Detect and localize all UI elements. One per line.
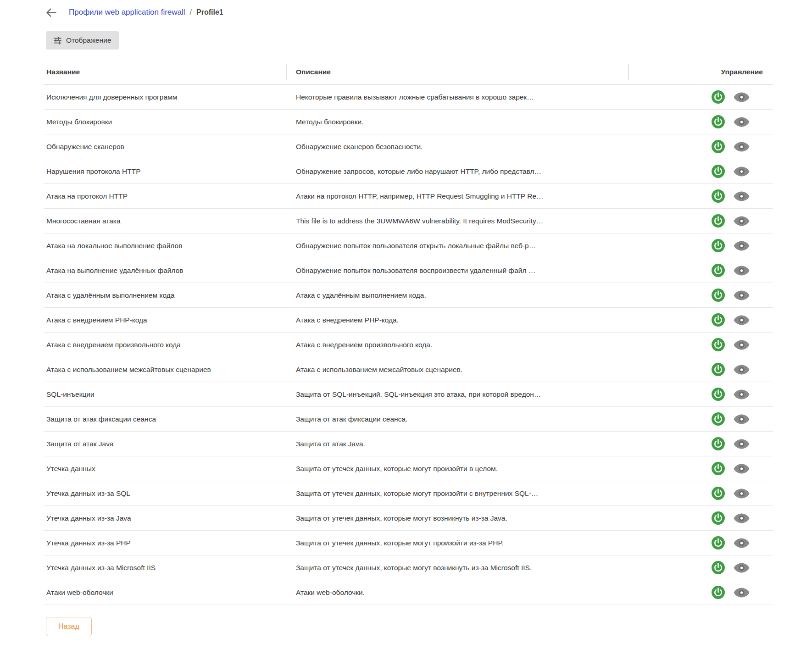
power-toggle-icon[interactable] [711,536,725,550]
rule-name: Обнаружение сканеров [44,143,287,151]
power-toggle-icon[interactable] [711,189,725,203]
rule-name: Атаки web-оболочки [44,588,287,597]
rule-name: Атака с внедрением произвольного кода [44,341,287,349]
power-toggle-icon[interactable] [711,585,725,599]
table-row[interactable]: Нарушения протокола HTTP Обнаружение зап… [44,159,773,184]
power-toggle-icon[interactable] [711,239,725,253]
power-toggle-icon[interactable] [711,164,725,178]
view-rule-icon[interactable] [733,339,750,350]
table-row[interactable]: Методы блокировки Методы блокировки. [44,110,773,134]
power-toggle-icon[interactable] [711,115,725,129]
view-rule-icon[interactable] [733,364,750,375]
rule-controls [629,362,773,377]
table-row[interactable]: Утечка данных Защита от утечек данных, к… [44,456,773,481]
column-header-name: Название [44,60,287,84]
power-toggle-icon[interactable] [711,139,725,154]
view-rule-icon[interactable] [733,166,750,177]
table-row[interactable]: Атака с внедрением PHP-кода Атака с внед… [44,308,773,333]
rule-name: Нарушения протокола HTTP [44,167,287,176]
rule-description: Атака с внедрением PHP-кода. [287,316,629,324]
table-row[interactable]: Утечка данных из-за SQL Защита от утечек… [44,481,773,506]
display-settings-button[interactable]: Отображение [46,31,119,50]
view-rule-icon[interactable] [733,240,750,251]
display-settings-label: Отображение [66,36,111,44]
rule-controls [629,387,773,401]
power-toggle-icon[interactable] [711,90,725,104]
table-row[interactable]: Атака с использованием межсайтовых сцена… [44,357,773,382]
rule-controls [629,115,773,129]
waf-rules-table: Название Описание Управление Исключения … [44,60,773,605]
page: Профили web application firewall / Profi… [44,0,773,636]
rule-name: Атака на локальное выполнение файлов [44,242,287,250]
rule-description: Защита от утечек данных, которые могут в… [287,564,629,572]
view-rule-icon[interactable] [733,463,750,474]
table-row[interactable]: Атаки web-оболочки Атаки web-оболочки. [44,580,773,605]
rule-description: Методы блокировки. [287,118,629,126]
table-row[interactable]: Утечка данных из-за PHP Защита от утечек… [44,531,773,555]
power-toggle-icon[interactable] [711,437,725,451]
table-row[interactable]: Атака с внедрением произвольного кода Ат… [44,333,773,357]
table-row[interactable]: Исключения для доверенных программ Некот… [44,85,773,110]
rule-controls [629,214,773,228]
view-rule-icon[interactable] [733,141,750,152]
rule-description: Некоторые правила вызывают ложные срабат… [287,93,629,101]
rule-description: Обнаружение запросов, которые либо наруш… [287,167,629,176]
rule-name: Защита от атак фиксации сеанса [44,415,287,423]
table-row[interactable]: Обнаружение сканеров Обнаружение сканеро… [44,134,773,159]
power-toggle-icon[interactable] [711,263,725,278]
view-rule-icon[interactable] [733,290,750,301]
rule-controls [629,139,773,154]
view-rule-icon[interactable] [733,587,750,598]
rule-name: Утечка данных из-за Java [44,514,287,522]
table-row[interactable]: Атака на локальное выполнение файлов Обн… [44,233,773,258]
power-toggle-icon[interactable] [711,461,725,476]
view-rule-icon[interactable] [733,439,750,450]
view-rule-icon[interactable] [733,191,750,202]
view-rule-icon[interactable] [733,389,750,400]
power-toggle-icon[interactable] [711,486,725,500]
power-toggle-icon[interactable] [711,511,725,525]
table-row[interactable]: Утечка данных из-за Java Защита от утече… [44,506,773,531]
view-rule-icon[interactable] [733,488,750,499]
table-row[interactable]: Утечка данных из-за Microsoft IIS Защита… [44,555,773,580]
view-rule-icon[interactable] [733,538,750,549]
view-rule-icon[interactable] [733,414,750,425]
table-row[interactable]: Защита от атак фиксации сеанса Защита от… [44,407,773,432]
view-rule-icon[interactable] [733,315,750,326]
rule-name: Защита от атак Java [44,440,287,448]
view-rule-icon[interactable] [733,513,750,524]
rule-name: SQL-инъекции [44,390,287,399]
tune-icon [53,36,62,45]
rule-name: Методы блокировки [44,118,287,126]
power-toggle-icon[interactable] [711,313,725,327]
rule-description: Атака с внедрением произвольного кода. [287,341,629,349]
view-rule-icon[interactable] [733,216,750,227]
breadcrumb-link-waf-profiles[interactable]: Профили web application firewall [69,8,185,17]
back-button[interactable]: Назад [46,617,92,636]
rule-description: This file is to address the 3UWMWA6W vul… [287,217,629,225]
breadcrumb-current-profile: Profile1 [196,8,223,17]
table-row[interactable]: Многосоставная атака This file is to add… [44,209,773,233]
power-toggle-icon[interactable] [711,288,725,302]
rule-description: Обнаружение сканеров безопасности. [287,143,629,151]
breadcrumb: Профили web application firewall / Profi… [44,0,773,15]
rule-controls [629,239,773,253]
table-row[interactable]: SQL-инъекции Защита от SQL-инъекций. SQL… [44,382,773,407]
table-row[interactable]: Защита от атак Java Защита от атак Java. [44,432,773,456]
rule-name: Утечка данных из-за Microsoft IIS [44,564,287,572]
table-row[interactable]: Атака на протокол HTTP Атаки на протокол… [44,184,773,209]
power-toggle-icon[interactable] [711,362,725,377]
table-row[interactable]: Атака с удалённым выполнением кода Атака… [44,283,773,308]
power-toggle-icon[interactable] [711,561,725,575]
view-rule-icon[interactable] [733,92,750,103]
view-rule-icon[interactable] [733,117,750,128]
power-toggle-icon[interactable] [711,338,725,352]
view-rule-icon[interactable] [733,562,750,573]
table-row[interactable]: Атака на выполнение удалённых файлов Обн… [44,258,773,283]
power-toggle-icon[interactable] [711,412,725,426]
power-toggle-icon[interactable] [711,387,725,401]
rule-name: Утечка данных [44,465,287,473]
back-arrow-icon[interactable] [45,6,57,19]
view-rule-icon[interactable] [733,265,750,276]
power-toggle-icon[interactable] [711,214,725,228]
